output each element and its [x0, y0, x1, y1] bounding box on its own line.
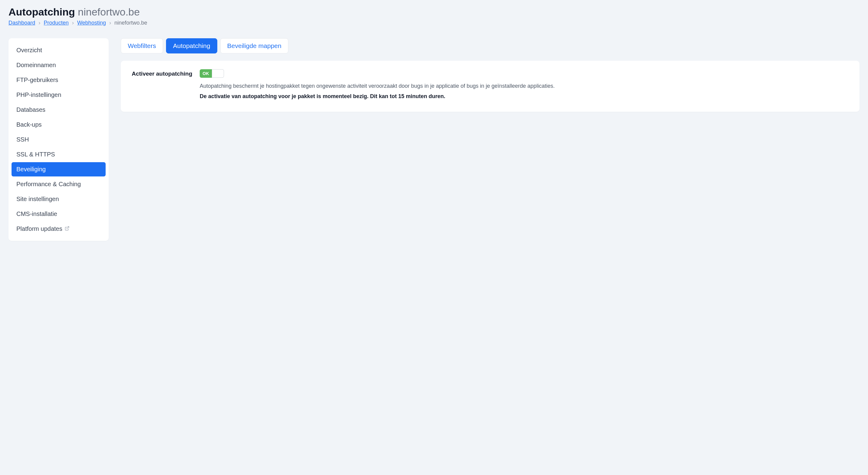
- sidebar-item-label: Domeinnamen: [17, 62, 56, 69]
- sidebar-item-platform-updates[interactable]: Platform updates: [11, 222, 105, 236]
- sidebar-item-backups[interactable]: Back-ups: [11, 118, 105, 132]
- sidebar-item-label: Databases: [17, 106, 45, 113]
- sidebar-item-label: Overzicht: [17, 47, 42, 54]
- sidebar-item-cms-installatie[interactable]: CMS-installatie: [11, 207, 105, 221]
- sidebar-item-php-instellingen[interactable]: PHP-instellingen: [11, 88, 105, 102]
- sidebar-item-label: SSL & HTTPS: [17, 151, 55, 158]
- sidebar-item-label: FTP-gebruikers: [17, 77, 58, 84]
- autopatching-status: De activatie van autopatching voor je pa…: [200, 92, 848, 101]
- sidebar-item-ssl-https[interactable]: SSL & HTTPS: [11, 147, 105, 161]
- sidebar-item-ssh[interactable]: SSH: [11, 132, 105, 147]
- main-content: Webfilters Autopatching Beveiligde mappe…: [121, 38, 860, 112]
- sidebar-item-label: CMS-installatie: [17, 210, 57, 217]
- toggle-knob: [212, 69, 224, 78]
- setting-body: OK Autopatching beschermt je hostingpakk…: [200, 69, 848, 101]
- sidebar-item-label: PHP-instellingen: [17, 91, 61, 98]
- tab-label: Autopatching: [173, 42, 210, 49]
- page-title-main: Autopatching: [8, 6, 75, 18]
- sidebar-item-performance-caching[interactable]: Performance & Caching: [11, 177, 105, 191]
- sidebar-item-label: SSH: [17, 136, 29, 143]
- sidebar-item-overzicht[interactable]: Overzicht: [11, 43, 105, 57]
- breadcrumb-sep: ›: [38, 20, 40, 26]
- breadcrumb-sep: ›: [109, 20, 111, 26]
- tab-webfilters[interactable]: Webfilters: [121, 38, 163, 54]
- breadcrumb: Dashboard › Producten › Webhosting › nin…: [8, 20, 860, 26]
- setting-label: Activeer autopatching: [132, 69, 192, 77]
- sidebar-item-label: Beveiliging: [17, 166, 46, 173]
- toggle-on-label: OK: [200, 69, 212, 78]
- sidebar-item-label: Back-ups: [17, 121, 41, 128]
- sidebar-item-databases[interactable]: Databases: [11, 103, 105, 117]
- breadcrumb-webhosting[interactable]: Webhosting: [77, 20, 106, 26]
- sidebar: Overzicht Domeinnamen FTP-gebruikers PHP…: [8, 38, 108, 241]
- sidebar-item-label: Site instellingen: [17, 196, 59, 203]
- tab-label: Beveiligde mappen: [227, 42, 282, 49]
- autopatching-toggle[interactable]: OK: [200, 69, 224, 78]
- sidebar-item-site-instellingen[interactable]: Site instellingen: [11, 192, 105, 206]
- sidebar-item-domeinnamen[interactable]: Domeinnamen: [11, 58, 105, 72]
- sidebar-item-label: Platform updates: [17, 225, 62, 232]
- tab-beveiligde-mappen[interactable]: Beveiligde mappen: [220, 38, 289, 54]
- svg-line-0: [67, 227, 69, 229]
- page-title-subtitle: ninefortwo.be: [78, 6, 140, 18]
- breadcrumb-producten[interactable]: Producten: [44, 20, 69, 26]
- sidebar-item-ftp-gebruikers[interactable]: FTP-gebruikers: [11, 73, 105, 87]
- layout: Overzicht Domeinnamen FTP-gebruikers PHP…: [8, 38, 860, 241]
- breadcrumb-current: ninefortwo.be: [115, 20, 147, 26]
- settings-panel: Activeer autopatching OK Autopatching be…: [121, 61, 860, 112]
- external-link-icon: [65, 226, 69, 232]
- sidebar-item-beveiliging[interactable]: Beveiliging: [11, 162, 105, 176]
- breadcrumb-sep: ›: [72, 20, 74, 26]
- tab-label: Webfilters: [128, 42, 156, 49]
- setting-row-autopatching: Activeer autopatching OK Autopatching be…: [132, 69, 848, 101]
- tabs: Webfilters Autopatching Beveiligde mappe…: [121, 38, 860, 54]
- sidebar-item-label: Performance & Caching: [17, 181, 81, 188]
- autopatching-description: Autopatching beschermt je hostingpakket …: [200, 82, 848, 90]
- page-header: Autopatching ninefortwo.be Dashboard › P…: [8, 6, 860, 26]
- tab-autopatching[interactable]: Autopatching: [166, 38, 217, 54]
- breadcrumb-dashboard[interactable]: Dashboard: [8, 20, 35, 26]
- page-title: Autopatching ninefortwo.be: [8, 6, 860, 18]
